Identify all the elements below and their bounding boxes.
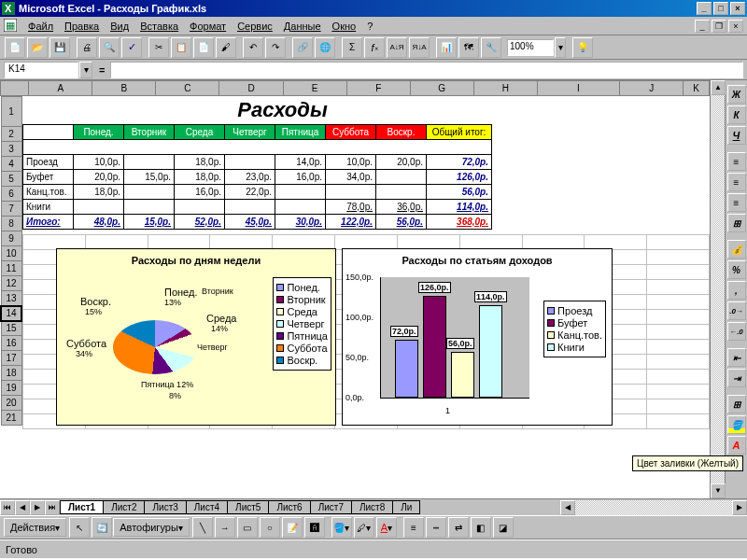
row-header[interactable]: 2 xyxy=(1,127,21,142)
sheet-tab[interactable]: Лист4 xyxy=(186,500,228,514)
drawing-actions-menu[interactable]: Действия ▾ xyxy=(4,518,66,537)
mdi-control-icon[interactable]: ▦ xyxy=(4,19,17,34)
rotate-button[interactable]: 🔄 xyxy=(92,517,112,538)
shadow-button[interactable]: ◧ xyxy=(471,517,491,538)
select-objects-button[interactable]: ↖ xyxy=(69,517,90,538)
namebox-dropdown[interactable]: ▾ xyxy=(79,62,92,78)
font-color-button[interactable]: A▾ xyxy=(376,517,397,538)
spellcheck-button[interactable]: ✓ xyxy=(121,37,142,58)
underline-button[interactable]: Ч xyxy=(727,126,746,145)
print-button[interactable]: 🖨 xyxy=(77,37,97,58)
row-header[interactable]: 10 xyxy=(1,246,21,261)
web-toolbar-button[interactable]: 🌐 xyxy=(315,37,335,58)
function-button[interactable]: fₓ xyxy=(364,37,385,58)
formula-bar[interactable] xyxy=(110,62,743,78)
chart-wizard-button[interactable]: 📊 xyxy=(436,37,457,58)
row-header[interactable]: 21 xyxy=(1,411,21,426)
menu-insert[interactable]: Вставка xyxy=(134,19,184,34)
sort-desc-button[interactable]: Я↓А xyxy=(409,37,430,58)
row-header[interactable]: 3 xyxy=(1,142,21,157)
row-header[interactable]: 9 xyxy=(1,231,21,246)
tab-first-button[interactable]: ⏮ xyxy=(0,500,15,515)
sheet-tab[interactable]: Лист2 xyxy=(103,500,145,514)
comma-button[interactable]: , xyxy=(727,281,746,300)
italic-button[interactable]: К xyxy=(727,105,746,124)
sheet-tab[interactable]: Лист5 xyxy=(227,500,269,514)
close-button[interactable]: × xyxy=(730,2,745,15)
fill-color-button[interactable]: 🪣▾ xyxy=(331,517,352,538)
align-center-button[interactable]: ≡ xyxy=(727,173,746,191)
row-header[interactable]: 18 xyxy=(1,366,21,381)
line-button[interactable]: ╲ xyxy=(192,517,213,538)
paste-button[interactable]: 📄 xyxy=(193,37,214,58)
menu-view[interactable]: Вид xyxy=(105,19,134,34)
new-button[interactable]: 📄 xyxy=(5,37,25,58)
menu-data[interactable]: Данные xyxy=(278,19,327,34)
row-header[interactable]: 4 xyxy=(1,157,21,172)
mdi-restore-button[interactable]: ❐ xyxy=(712,20,726,33)
increase-decimal-button[interactable]: .0→ xyxy=(727,301,746,320)
align-right-button[interactable]: ≡ xyxy=(727,193,746,212)
align-left-button[interactable]: ≡ xyxy=(727,152,746,171)
pie-chart[interactable]: Расходы по дням недели Понед. 13% Вторни… xyxy=(56,248,336,426)
sort-asc-button[interactable]: А↓Я xyxy=(387,37,407,58)
sheet-tab[interactable]: Лист7 xyxy=(310,500,352,514)
increase-indent-button[interactable]: ⇥ xyxy=(727,369,746,387)
drawing-button[interactable]: 🔧 xyxy=(481,37,501,58)
row-header[interactable]: 5 xyxy=(1,172,21,187)
row-header[interactable]: 1 xyxy=(1,97,21,127)
col-header[interactable]: E xyxy=(283,81,346,96)
bold-button[interactable]: Ж xyxy=(727,85,746,104)
fill-color-button[interactable]: 🪣 xyxy=(727,415,746,434)
menu-tools[interactable]: Сервис xyxy=(232,19,278,34)
hyperlink-button[interactable]: 🔗 xyxy=(292,37,313,58)
tab-last-button[interactable]: ⏭ xyxy=(45,500,60,515)
select-all-corner[interactable] xyxy=(1,81,29,96)
col-header[interactable]: C xyxy=(156,81,219,96)
cut-button[interactable]: ✂ xyxy=(148,37,169,58)
col-header[interactable]: A xyxy=(29,81,92,96)
merge-center-button[interactable]: ⊞ xyxy=(727,214,746,232)
line-style-button[interactable]: ≡ xyxy=(403,517,424,538)
grid-area[interactable]: A B C D E F G H I J K 1 2 3 4 5 xyxy=(0,80,710,498)
open-button[interactable]: 📂 xyxy=(27,37,48,58)
row-header[interactable]: 20 xyxy=(1,396,21,411)
currency-button[interactable]: 💰 xyxy=(727,240,746,259)
percent-button[interactable]: % xyxy=(727,260,746,279)
col-header[interactable]: K xyxy=(684,81,710,96)
row-header[interactable]: 7 xyxy=(1,202,21,217)
scroll-right-button[interactable]: ▶ xyxy=(732,500,747,515)
name-box[interactable]: K14 xyxy=(4,62,78,78)
print-preview-button[interactable]: 🔍 xyxy=(99,37,120,58)
format-painter-button[interactable]: 🖌 xyxy=(216,37,236,58)
mdi-close-button[interactable]: × xyxy=(728,20,743,33)
tab-prev-button[interactable]: ◀ xyxy=(15,500,30,515)
save-button[interactable]: 💾 xyxy=(49,37,70,58)
dash-style-button[interactable]: ┅ xyxy=(426,517,446,538)
redo-button[interactable]: ↷ xyxy=(265,37,286,58)
oval-button[interactable]: ○ xyxy=(260,517,280,538)
vertical-scrollbar[interactable]: ▲ ▼ xyxy=(710,80,725,498)
mdi-minimize-button[interactable]: _ xyxy=(695,20,710,33)
copy-button[interactable]: 📋 xyxy=(171,37,191,58)
font-color-button[interactable]: A xyxy=(727,436,746,455)
maximize-button[interactable]: □ xyxy=(713,2,728,15)
row-header[interactable]: 11 xyxy=(1,261,21,276)
horizontal-scrollbar[interactable]: ◀ ▶ xyxy=(560,500,747,515)
col-header[interactable]: G xyxy=(410,81,473,96)
menu-help[interactable]: ? xyxy=(361,19,378,34)
decrease-indent-button[interactable]: ⇤ xyxy=(727,348,746,367)
row-header[interactable]: 15 xyxy=(1,321,21,336)
row-header[interactable]: 14 xyxy=(1,306,21,321)
menu-window[interactable]: Окно xyxy=(327,19,362,34)
scroll-left-button[interactable]: ◀ xyxy=(560,500,575,515)
row-header[interactable]: 19 xyxy=(1,381,21,396)
line-color-button[interactable]: 🖊▾ xyxy=(354,517,374,538)
row-header[interactable]: 17 xyxy=(1,351,21,366)
sheet-tab[interactable]: Лист3 xyxy=(144,500,186,514)
sheet-tab[interactable]: Лист8 xyxy=(351,500,393,514)
col-header[interactable]: J xyxy=(620,81,684,96)
wordart-button[interactable]: 🅰 xyxy=(304,517,325,538)
menu-file[interactable]: Файл xyxy=(22,19,59,34)
decrease-decimal-button[interactable]: ←.0 xyxy=(727,322,746,341)
